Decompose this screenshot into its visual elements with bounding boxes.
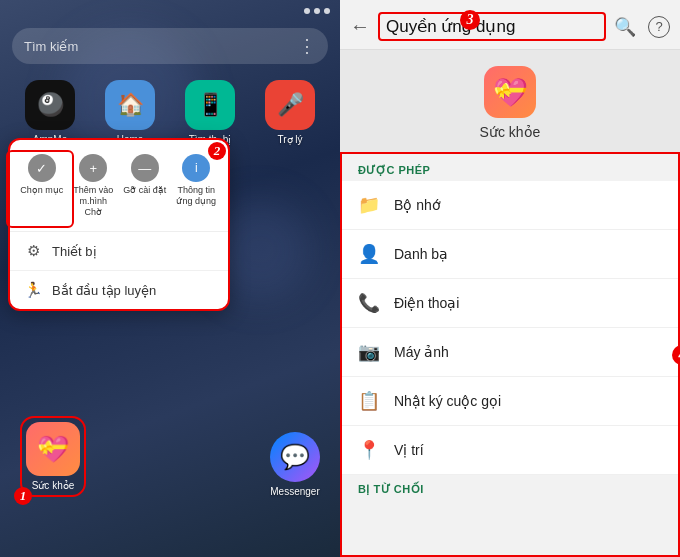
left-panel: Tìm kiếm ⋮ 🎱 AmpMe 🏠 Home 📱 Tìm th. bị 🎤… <box>0 0 340 557</box>
location-icon: 📍 <box>358 439 380 461</box>
app-name: Sức khỏe <box>480 124 541 140</box>
ctx-info-label: Thông tin ứng dụng <box>173 185 221 207</box>
ctx-device-item[interactable]: ⚙ Thiết bị <box>10 232 228 270</box>
messenger-app[interactable]: 💬 Messenger <box>270 432 320 497</box>
right-topbar: ← Quyền ứng dụng 🔍 ? <box>340 0 680 50</box>
assistant-icon: 🎤 <box>265 80 315 130</box>
storage-icon: 📁 <box>358 194 380 216</box>
find-device-icon: 📱 <box>185 80 235 130</box>
context-menu: ✓ Chọn mục + Thêm vào m.hình Chờ — Gỡ cà… <box>8 138 230 311</box>
app-ampme[interactable]: 🎱 AmpMe <box>25 80 75 145</box>
home-icon: 🏠 <box>105 80 155 130</box>
topbar-icons: 🔍 ? <box>614 16 670 38</box>
app-home[interactable]: 🏠 Home <box>105 80 155 145</box>
perm-phone[interactable]: 📞 Điện thoại <box>342 279 678 328</box>
perm-call-log[interactable]: 📋 Nhật ký cuộc gọi <box>342 377 678 426</box>
camera-label: Máy ảnh <box>394 344 449 360</box>
select-icon: ✓ <box>28 154 56 182</box>
messenger-label: Messenger <box>270 486 319 497</box>
app-assistant[interactable]: 🎤 Trợ lý <box>265 80 315 145</box>
device-icon: ⚙ <box>24 242 42 260</box>
ctx-select-label: Chọn mục <box>20 185 63 196</box>
badge-3: 3 <box>460 10 480 30</box>
search-bar[interactable]: Tìm kiếm ⋮ <box>12 28 328 64</box>
ampme-icon: 🎱 <box>25 80 75 130</box>
perm-storage[interactable]: 📁 Bộ nhớ <box>342 181 678 230</box>
health-label: Sức khỏe <box>32 480 75 491</box>
contacts-icon: 👤 <box>358 243 380 265</box>
messenger-icon-circle: 💬 <box>270 432 320 482</box>
status-bar <box>0 0 340 22</box>
ctx-uninstall-label: Gỡ cài đặt <box>123 185 166 196</box>
status-icons <box>304 8 330 14</box>
help-button[interactable]: ? <box>648 16 670 38</box>
location-label: Vị trí <box>394 442 424 458</box>
ctx-uninstall-btn[interactable]: — Gỡ cài đặt <box>119 150 171 221</box>
section-denied-header: BỊ TỪ CHỐI <box>342 475 678 500</box>
signal-icon <box>304 8 310 14</box>
ctx-workout-item[interactable]: 🏃 Bắt đầu tập luyện <box>10 270 228 309</box>
wifi-icon <box>314 8 320 14</box>
call-log-icon: 📋 <box>358 390 380 412</box>
workout-label: Bắt đầu tập luyện <box>52 283 156 298</box>
perm-location[interactable]: 📍 Vị trí <box>342 426 678 475</box>
health-app[interactable]: 💝 Sức khỏe <box>20 416 86 497</box>
info-icon: i <box>182 154 210 182</box>
perm-contacts[interactable]: 👤 Danh bạ <box>342 230 678 279</box>
back-button[interactable]: ← <box>350 15 370 38</box>
permissions-container: ĐƯỢC PHÉP 📁 Bộ nhớ 👤 Danh bạ 📞 Điện thoạ… <box>340 152 680 557</box>
uninstall-icon: — <box>131 154 159 182</box>
badge-1: 1 <box>14 487 32 505</box>
ctx-select-btn[interactable]: ✓ Chọn mục <box>16 150 68 221</box>
ctx-add-label: Thêm vào m.hình Chờ <box>70 185 118 217</box>
right-panel: ← Quyền ứng dụng 🔍 ? 3 💝 Sức khỏe ĐƯỢC P… <box>340 0 680 557</box>
call-log-label: Nhật ký cuộc gọi <box>394 393 501 409</box>
camera-icon: 📷 <box>358 341 380 363</box>
ctx-add-btn[interactable]: + Thêm vào m.hình Chờ <box>68 150 120 221</box>
app-header: 💝 Sức khỏe <box>340 50 680 152</box>
add-icon: + <box>79 154 107 182</box>
menu-icon[interactable]: ⋮ <box>298 35 316 57</box>
context-menu-top: ✓ Chọn mục + Thêm vào m.hình Chờ — Gỡ cà… <box>10 140 228 232</box>
app-find-device[interactable]: 📱 Tìm th. bị <box>185 80 235 145</box>
page-title: Quyền ứng dụng <box>378 12 606 41</box>
battery-icon <box>324 8 330 14</box>
perm-camera[interactable]: 📷 Máy ảnh <box>342 328 678 377</box>
contacts-label: Danh bạ <box>394 246 448 262</box>
device-label: Thiết bị <box>52 244 97 259</box>
storage-label: Bộ nhớ <box>394 197 441 213</box>
health-icon: 💝 <box>26 422 80 476</box>
search-button[interactable]: 🔍 <box>614 16 636 38</box>
phone-icon: 📞 <box>358 292 380 314</box>
badge-2: 2 <box>208 142 226 160</box>
section-allowed-header: ĐƯỢC PHÉP <box>342 154 678 181</box>
app-grid: 🎱 AmpMe 🏠 Home 📱 Tìm th. bị 🎤 Trợ lý <box>0 80 340 145</box>
ctx-info-btn[interactable]: i Thông tin ứng dụng 2 <box>171 150 223 221</box>
workout-icon: 🏃 <box>24 281 42 299</box>
assistant-label: Trợ lý <box>277 134 302 145</box>
phone-label: Điện thoại <box>394 295 459 311</box>
search-placeholder: Tìm kiếm <box>24 39 298 54</box>
app-icon-large: 💝 <box>484 66 536 118</box>
